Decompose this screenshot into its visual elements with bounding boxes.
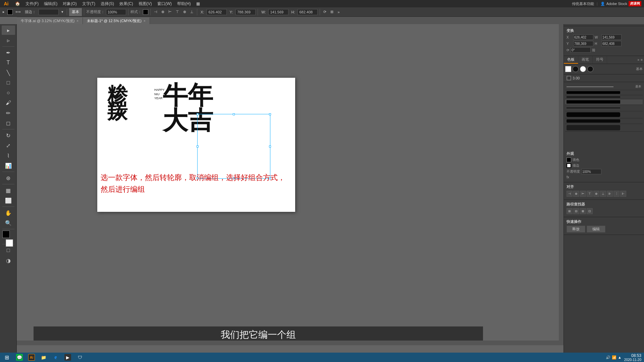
- more-icon[interactable]: »: [336, 8, 341, 16]
- background-color[interactable]: [6, 239, 13, 247]
- menu-file[interactable]: 文件(F): [23, 0, 41, 7]
- align-right-btn[interactable]: ⊢: [580, 191, 586, 197]
- tab-cow-font-close[interactable]: ×: [76, 19, 78, 23]
- transform-h-input[interactable]: [601, 41, 622, 46]
- swatch-dark[interactable]: [587, 66, 593, 72]
- transform-x-input[interactable]: [573, 35, 593, 40]
- style-color-box[interactable]: [143, 9, 148, 15]
- rotate-tool[interactable]: ↻: [2, 131, 15, 140]
- stroke-icon[interactable]: ⟺: [14, 8, 22, 16]
- expand-button[interactable]: 释放: [567, 226, 585, 233]
- distribute-center-btn[interactable]: ⋮: [613, 191, 620, 197]
- brush-item-5[interactable]: [565, 111, 643, 118]
- scrollbar-bottom[interactable]: [17, 341, 559, 345]
- selection-tool[interactable]: ▸: [2, 25, 15, 35]
- angle-input[interactable]: [571, 47, 591, 53]
- brush-item-3[interactable]: [565, 99, 643, 105]
- direct-select-tool[interactable]: ▹: [2, 36, 15, 45]
- start-button[interactable]: ⊞: [0, 353, 13, 362]
- menu-text[interactable]: 文字(T): [79, 0, 98, 7]
- coord-y[interactable]: [235, 9, 256, 15]
- distribute-right-btn[interactable]: ⊩: [620, 191, 626, 197]
- transform-w-input[interactable]: [601, 35, 622, 40]
- menu-help[interactable]: 帮助(H): [174, 0, 194, 7]
- brush-item-6[interactable]: [565, 118, 643, 124]
- coord-x[interactable]: [207, 9, 227, 15]
- text-tool[interactable]: T: [2, 58, 15, 67]
- taskbar-360[interactable]: 🛡: [74, 353, 86, 362]
- foreground-color[interactable]: [2, 231, 10, 238]
- align-left-btn[interactable]: ⊣: [567, 191, 573, 197]
- opacity-input-rp[interactable]: [581, 169, 601, 174]
- canvas-area[interactable]: 糁 羰 HAPPY NIU YEAR 牛年 大吉 选一款字体，: [17, 24, 564, 353]
- menu-window[interactable]: 窗口(W): [155, 0, 174, 7]
- swatch-black[interactable]: [573, 66, 579, 72]
- stroke-color-box-rp[interactable]: [567, 163, 571, 168]
- sel-handle-tr[interactable]: [269, 113, 271, 115]
- swatch-none[interactable]: [565, 66, 571, 72]
- coord-w[interactable]: [268, 9, 288, 15]
- sel-handle-tc[interactable]: [233, 113, 235, 115]
- warp-tool[interactable]: ⌇: [2, 151, 15, 160]
- align-bottom-icon[interactable]: ⊥: [189, 8, 195, 16]
- tab-untitled-close[interactable]: ×: [144, 19, 146, 23]
- normal-mode[interactable]: □: [2, 246, 15, 255]
- workspace-menu[interactable]: ▦: [194, 0, 203, 7]
- hand-tool[interactable]: ✋: [2, 208, 15, 218]
- menu-effect[interactable]: 效果(C): [117, 0, 136, 7]
- brush-item-1[interactable]: [565, 90, 643, 95]
- pathfinder-intersect[interactable]: ⊠: [580, 208, 586, 214]
- edit-button[interactable]: 编辑: [587, 226, 605, 233]
- align-middle-icon[interactable]: ⊕: [182, 8, 187, 16]
- rect-tool[interactable]: □: [2, 78, 15, 87]
- swatch-white[interactable]: [580, 66, 586, 72]
- line-tool[interactable]: ╲: [2, 68, 15, 77]
- taskbar-media[interactable]: ▶: [62, 353, 74, 362]
- eraser-tool[interactable]: ◻: [2, 118, 15, 128]
- taskbar-files[interactable]: 📁: [38, 353, 50, 362]
- systray-sound[interactable]: 🔊: [606, 355, 610, 360]
- pathfinder-minus[interactable]: ⊟: [573, 208, 579, 214]
- pathfinder-exclude[interactable]: ⊡: [587, 208, 593, 214]
- align-center-icon[interactable]: ⊕: [160, 8, 166, 16]
- align-top-icon[interactable]: ⊤: [174, 8, 180, 16]
- pathfinder-unite[interactable]: ⊞: [567, 208, 573, 214]
- sel-handle-ml[interactable]: [197, 145, 199, 147]
- ellipse-tool[interactable]: ○: [2, 88, 15, 98]
- brush-panel-menu[interactable]: ≡: [641, 58, 643, 62]
- transform-icon[interactable]: ⟳: [322, 8, 328, 16]
- opacity-input[interactable]: [106, 9, 126, 15]
- align-left-icon[interactable]: ⊣: [153, 8, 159, 16]
- preview-mode[interactable]: ◑: [2, 256, 15, 265]
- taskbar-illustrator[interactable]: Ai: [25, 353, 38, 362]
- tab-untitled[interactable]: 未标题-1* @ 12.5% (CMYK/预览) ×: [83, 17, 150, 24]
- systray-icons-more[interactable]: ▲: [618, 355, 622, 359]
- brush-item-2[interactable]: [565, 95, 643, 99]
- pen-tool[interactable]: ✒: [2, 48, 15, 57]
- brush-item-4[interactable]: [565, 105, 643, 111]
- stock-label[interactable]: Adobe Stock: [606, 2, 627, 6]
- brush-item-7[interactable]: [565, 124, 643, 132]
- taskbar-ie[interactable]: e: [50, 353, 62, 362]
- menu-select[interactable]: 选择(S): [98, 0, 117, 7]
- brush-item-basic[interactable]: 基本: [565, 83, 643, 90]
- brush-panel-expand[interactable]: »: [638, 58, 640, 62]
- align-right-icon[interactable]: ⊢: [167, 8, 173, 16]
- brush-tab-brushes[interactable]: 画笔: [578, 56, 593, 64]
- scrollbar-right[interactable]: [559, 24, 564, 345]
- align-center-h-btn[interactable]: ⊕: [573, 191, 579, 197]
- coord-h[interactable]: [298, 9, 318, 15]
- symbol-spray-tool[interactable]: ⊛: [2, 173, 15, 183]
- menu-object[interactable]: 对象(O): [60, 0, 79, 7]
- column-graph-tool[interactable]: ▦: [2, 186, 15, 195]
- brush-tab-symbols[interactable]: 符号: [593, 56, 607, 64]
- zoom-tool[interactable]: 🔍: [2, 218, 15, 228]
- stroke-color-box[interactable]: [7, 9, 13, 15]
- scale-tool[interactable]: ⤢: [2, 141, 15, 150]
- sel-handle-mr[interactable]: [269, 145, 271, 147]
- transform-y-input[interactable]: [573, 41, 593, 46]
- systray-network[interactable]: 📶: [612, 355, 616, 360]
- brush-tool[interactable]: 🖌: [2, 98, 15, 108]
- stroke-input[interactable]: [39, 9, 59, 15]
- distribute-left-btn[interactable]: ⊪: [607, 191, 613, 197]
